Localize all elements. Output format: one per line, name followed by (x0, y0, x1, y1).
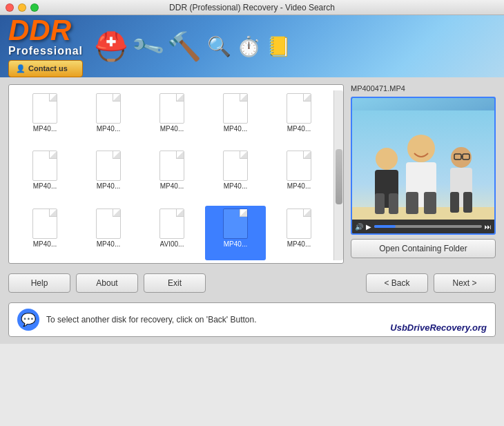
list-item[interactable]: MP40... (205, 148, 266, 202)
list-item[interactable]: MP40... (142, 90, 202, 145)
list-item[interactable]: MP40... (14, 90, 75, 145)
file-icon (32, 209, 57, 239)
preview-panel: MP400471.MP4 (351, 84, 496, 264)
video-thumbnail (352, 98, 494, 233)
preview-filename: MP400471.MP4 (351, 84, 496, 93)
file-icon (96, 93, 121, 124)
watermark: UsbDriveRecovery.org (387, 322, 490, 333)
wrench-icon: 🔧 (129, 28, 166, 65)
list-item[interactable]: AVI00... (142, 206, 202, 260)
file-icon (223, 151, 248, 181)
status-icon: 💬 (17, 309, 39, 331)
minimize-button[interactable] (18, 3, 26, 12)
progress-fill (374, 225, 396, 228)
preview-video: 🔊 ▶ ⏭ (351, 97, 496, 235)
list-item[interactable]: MP40... (269, 206, 329, 260)
logo-professional: Professional (8, 45, 83, 57)
file-area: MP40... MP40... MP40... MP40... MP40... (8, 84, 496, 264)
clock-icon: ⏱️ (237, 35, 261, 58)
window-controls[interactable] (6, 3, 39, 12)
video-content (352, 110, 494, 233)
list-item[interactable]: MP40... (78, 206, 139, 260)
about-button[interactable]: About (76, 273, 138, 293)
file-icon (32, 151, 57, 181)
message-icon: 💬 (21, 312, 36, 327)
progress-bar[interactable] (374, 225, 482, 228)
svg-rect-5 (389, 193, 398, 214)
window-title: DDR (Professional) Recovery - Video Sear… (169, 3, 335, 12)
svg-point-2 (376, 148, 398, 170)
help-button[interactable]: Help (8, 273, 70, 293)
book-icon: 📒 (266, 35, 291, 58)
app-header: DDR Professional 👤 Contact us ⛑️ 🔧 🔨 🔍 ⏱… (0, 15, 504, 77)
main-content: MP40... MP40... MP40... MP40... MP40... (0, 77, 504, 344)
list-item[interactable]: MP40... (269, 90, 329, 145)
status-bar: 💬 To select another disk for recovery, c… (8, 302, 496, 337)
file-icon (96, 209, 121, 239)
next-button[interactable]: Next > (434, 273, 496, 293)
file-icon (159, 209, 184, 239)
header-icons: ⛑️ 🔧 🔨 🔍 ⏱️ 📒 (94, 30, 291, 63)
list-item[interactable]: MP40... (142, 148, 202, 202)
maximize-button[interactable] (30, 3, 39, 12)
logo-area: DDR Professional 👤 Contact us (8, 16, 83, 77)
svg-rect-12 (450, 192, 459, 213)
logo-ddr: DDR (8, 16, 83, 45)
bottom-nav: Help About Exit < Back Next > (8, 269, 496, 297)
svg-rect-9 (424, 192, 436, 214)
file-icon (96, 151, 121, 181)
file-icon (32, 93, 57, 124)
list-item[interactable]: MP40... (205, 90, 266, 145)
list-item[interactable]: MP40... (78, 148, 139, 202)
open-folder-button[interactable]: Open Containing Folder (351, 239, 496, 258)
play-icon[interactable]: ▶ (366, 223, 371, 231)
scrollbar-track[interactable] (333, 90, 343, 260)
list-item[interactable]: MP40... (14, 206, 75, 260)
speaker-icon[interactable]: 🔊 (355, 223, 363, 231)
list-item[interactable]: MP40... (269, 148, 329, 202)
list-item-selected[interactable]: MP40... (205, 206, 266, 260)
list-item[interactable]: MP40... (78, 90, 139, 145)
contact-button[interactable]: 👤 Contact us (8, 60, 83, 77)
magnifier-icon: 🔍 (207, 35, 231, 58)
list-item[interactable]: MP40... (14, 148, 75, 202)
svg-point-6 (407, 135, 435, 162)
svg-rect-8 (406, 192, 418, 214)
file-grid-container: MP40... MP40... MP40... MP40... MP40... (8, 84, 344, 264)
person-icon: 👤 (16, 64, 26, 73)
svg-rect-13 (463, 192, 472, 213)
close-button[interactable] (6, 3, 14, 12)
exit-button[interactable]: Exit (144, 273, 206, 293)
svg-rect-4 (375, 193, 385, 214)
video-controls[interactable]: 🔊 ▶ ⏭ (352, 220, 494, 233)
scrollbar-thumb[interactable] (336, 149, 342, 204)
file-icon (159, 151, 184, 181)
file-icon (287, 93, 311, 124)
helmet-icon: ⛑️ (94, 30, 128, 63)
file-grid: MP40... MP40... MP40... MP40... MP40... (14, 90, 340, 260)
file-icon (223, 93, 248, 124)
file-icon (223, 209, 248, 239)
pliers-icon: 🔨 (167, 30, 202, 63)
file-icon (287, 151, 311, 181)
back-button[interactable]: < Back (366, 273, 428, 293)
skip-icon[interactable]: ⏭ (485, 223, 492, 231)
title-bar: DDR (Professional) Recovery - Video Sear… (0, 0, 504, 15)
status-message: To select another disk for recovery, cli… (46, 315, 257, 325)
file-icon (287, 209, 311, 239)
file-icon (159, 93, 184, 124)
